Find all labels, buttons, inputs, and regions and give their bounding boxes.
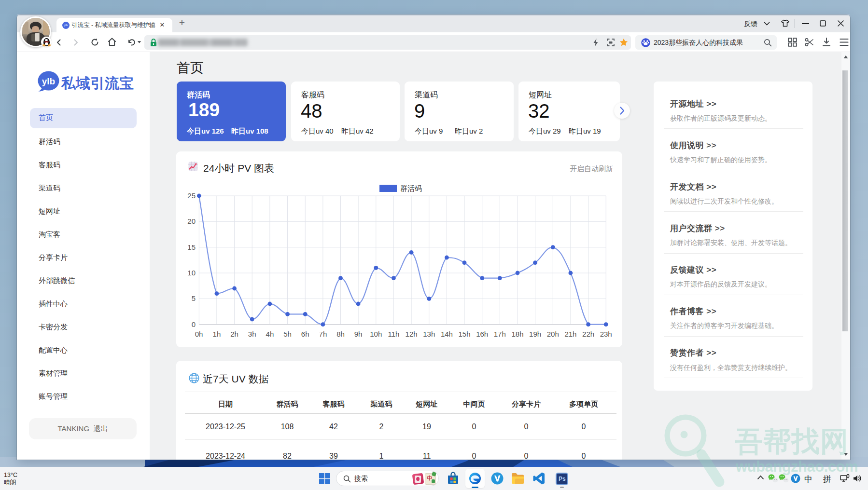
svg-text:22h: 22h	[582, 330, 594, 338]
svg-text:9h: 9h	[354, 330, 363, 338]
svg-text:ylb: ylb	[42, 76, 55, 86]
svg-text:3h: 3h	[248, 330, 256, 338]
svg-text:13h: 13h	[423, 330, 435, 338]
svg-text:20: 20	[187, 217, 196, 225]
svg-text:8h: 8h	[336, 330, 345, 338]
svg-text:7h: 7h	[319, 330, 327, 338]
svg-text:20h: 20h	[547, 330, 559, 338]
svg-text:12h: 12h	[406, 330, 418, 338]
svg-text:6h: 6h	[301, 330, 309, 338]
svg-text:2h: 2h	[230, 330, 238, 338]
svg-text:25: 25	[187, 191, 196, 200]
svg-text:0h: 0h	[195, 330, 203, 338]
svg-text:15h: 15h	[458, 330, 470, 338]
svg-text:15: 15	[187, 243, 196, 251]
svg-text:10h: 10h	[370, 330, 382, 338]
svg-text:4h: 4h	[266, 330, 274, 338]
svg-text:1h: 1h	[213, 330, 221, 338]
svg-text:21h: 21h	[564, 330, 576, 338]
svg-text:18h: 18h	[511, 330, 523, 338]
svg-text:14h: 14h	[441, 330, 453, 338]
svg-text:0: 0	[192, 320, 196, 328]
svg-text:17h: 17h	[494, 330, 506, 338]
svg-text:16h: 16h	[476, 330, 488, 338]
svg-text:19h: 19h	[529, 330, 541, 338]
svg-text:5h: 5h	[283, 330, 292, 338]
svg-text:5: 5	[192, 294, 196, 302]
svg-text:10: 10	[187, 269, 196, 277]
svg-text:23h: 23h	[600, 330, 612, 338]
svg-text:11h: 11h	[388, 330, 399, 338]
